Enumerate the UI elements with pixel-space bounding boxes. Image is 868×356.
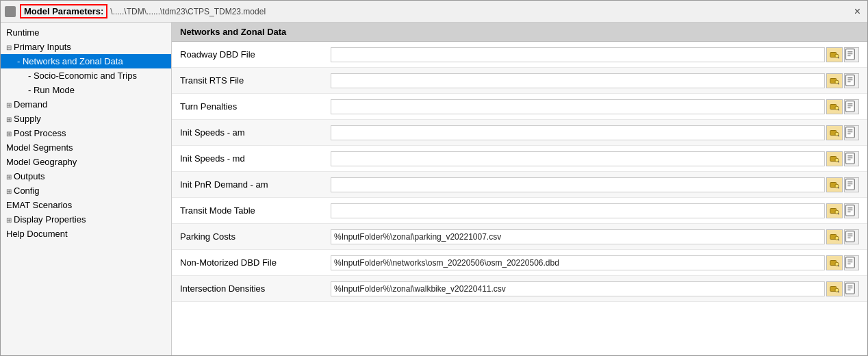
edit-button[interactable] [844, 47, 859, 62]
svg-line-58 [838, 265, 839, 266]
field-input[interactable] [331, 47, 825, 62]
sidebar-item-label: Runtime [6, 27, 39, 38]
expand-icon-closed: ⊞ [6, 116, 12, 123]
sidebar-item-label: Post Process [14, 128, 66, 138]
field-input-group [331, 281, 859, 296]
edit-button[interactable] [844, 255, 859, 270]
svg-line-9 [838, 83, 839, 84]
field-row: Init Speeds - am [172, 120, 867, 146]
svg-line-51 [838, 239, 839, 240]
field-input-group [331, 255, 859, 270]
sidebar: Runtime⊟Primary Inputs- Networks and Zon… [1, 23, 172, 355]
sidebar-item-label: Outputs [14, 171, 45, 181]
field-input[interactable] [331, 99, 825, 114]
app-icon [5, 6, 16, 17]
browse-button[interactable] [826, 151, 843, 166]
content-area: Runtime⊟Primary Inputs- Networks and Zon… [1, 23, 867, 355]
browse-button[interactable] [826, 281, 843, 296]
field-row: Init Speeds - md [172, 146, 867, 172]
field-label: Parking Costs [180, 231, 331, 242]
edit-button[interactable] [844, 177, 859, 192]
sidebar-item-run-mode[interactable]: - Run Mode [1, 83, 171, 97]
expand-icon-open: ⊟ [6, 44, 12, 51]
sidebar-item-demand[interactable]: ⊞Demand [1, 97, 171, 112]
expand-icon-closed: ⊞ [6, 101, 12, 109]
sidebar-item-display-properties[interactable]: ⊞Display Properties [1, 212, 171, 227]
browse-button[interactable] [826, 47, 843, 62]
svg-line-23 [838, 135, 839, 136]
indent-dash: - [28, 71, 34, 81]
close-button[interactable]: × [852, 5, 863, 18]
field-input-group [331, 73, 859, 88]
sidebar-item-socio-economic[interactable]: - Socio-Economic and Trips [1, 68, 171, 83]
field-input[interactable] [331, 229, 825, 244]
edit-button[interactable] [844, 125, 859, 140]
edit-button[interactable] [844, 99, 859, 114]
browse-button[interactable] [826, 255, 843, 270]
browse-button[interactable] [826, 99, 843, 114]
field-input[interactable] [331, 281, 825, 296]
field-input[interactable] [331, 255, 825, 270]
field-label: Transit Mode Table [180, 205, 331, 216]
svg-line-16 [838, 109, 839, 110]
edit-button[interactable] [844, 151, 859, 166]
field-input[interactable] [331, 73, 825, 88]
panel-header: Networks and Zonal Data [172, 23, 867, 42]
sidebar-item-emat-scenarios[interactable]: EMAT Scenarios [1, 198, 171, 212]
sidebar-item-primary-inputs[interactable]: ⊟Primary Inputs [1, 40, 171, 54]
field-row: Transit RTS File [172, 68, 867, 94]
field-input-group [331, 47, 859, 62]
field-input[interactable] [331, 151, 825, 166]
field-label: Intersection Densities [180, 283, 331, 294]
browse-button[interactable] [826, 177, 843, 192]
sidebar-item-model-segments[interactable]: Model Segments [1, 140, 171, 155]
expand-icon-closed: ⊞ [6, 130, 12, 138]
sidebar-item-supply[interactable]: ⊞Supply [1, 112, 171, 126]
field-label: Non-Motorized DBD File [180, 257, 331, 268]
field-input[interactable] [331, 177, 825, 192]
sidebar-item-config[interactable]: ⊞Config [1, 183, 171, 198]
field-row: Transit Mode Table [172, 198, 867, 224]
sidebar-item-outputs[interactable]: ⊞Outputs [1, 169, 171, 183]
svg-line-2 [838, 57, 839, 58]
field-input[interactable] [331, 125, 825, 140]
field-input-group [331, 203, 859, 218]
expand-icon-closed: ⊞ [6, 188, 12, 195]
sidebar-item-label: Networks and Zonal Data [23, 56, 123, 66]
browse-button[interactable] [826, 125, 843, 140]
main-window: Model Parameters: \.....\TDM\......\tdm2… [0, 0, 868, 356]
sidebar-item-label: Run Mode [34, 85, 75, 95]
sidebar-item-label: Demand [14, 99, 47, 110]
field-row: Roadway DBD File [172, 42, 867, 68]
edit-button[interactable] [844, 281, 859, 296]
title-bar: Model Parameters: \.....\TDM\......\tdm2… [1, 1, 867, 23]
browse-button[interactable] [826, 229, 843, 244]
field-label: Init Speeds - am [180, 127, 331, 138]
browse-button[interactable] [826, 203, 843, 218]
svg-line-37 [838, 187, 839, 188]
svg-line-65 [838, 291, 839, 292]
model-parameters-label: Model Parameters: [20, 4, 107, 18]
edit-button[interactable] [844, 203, 859, 218]
sidebar-item-post-process[interactable]: ⊞Post Process [1, 126, 171, 140]
field-input[interactable] [331, 203, 825, 218]
field-input-group [331, 177, 859, 192]
field-label: Init PnR Demand - am [180, 179, 331, 190]
sidebar-item-networks-zonal[interactable]: - Networks and Zonal Data [1, 54, 171, 68]
field-input-group [331, 229, 859, 244]
edit-button[interactable] [844, 229, 859, 244]
field-label: Transit RTS File [180, 75, 331, 86]
sidebar-item-label: Primary Inputs [14, 42, 71, 52]
field-row: Turn Penalties [172, 94, 867, 120]
sidebar-item-help-document[interactable]: Help Document [1, 227, 171, 241]
edit-button[interactable] [844, 73, 859, 88]
expand-icon-closed: ⊞ [6, 173, 12, 181]
sidebar-item-label: Help Document [6, 229, 68, 239]
sidebar-item-runtime[interactable]: Runtime [1, 25, 171, 40]
browse-button[interactable] [826, 73, 843, 88]
sidebar-item-label: Supply [14, 114, 41, 124]
field-row: Non-Motorized DBD File [172, 250, 867, 276]
field-label: Roadway DBD File [180, 49, 331, 60]
sidebar-item-label: EMAT Scenarios [6, 200, 72, 210]
sidebar-item-model-geography[interactable]: Model Geography [1, 155, 171, 169]
